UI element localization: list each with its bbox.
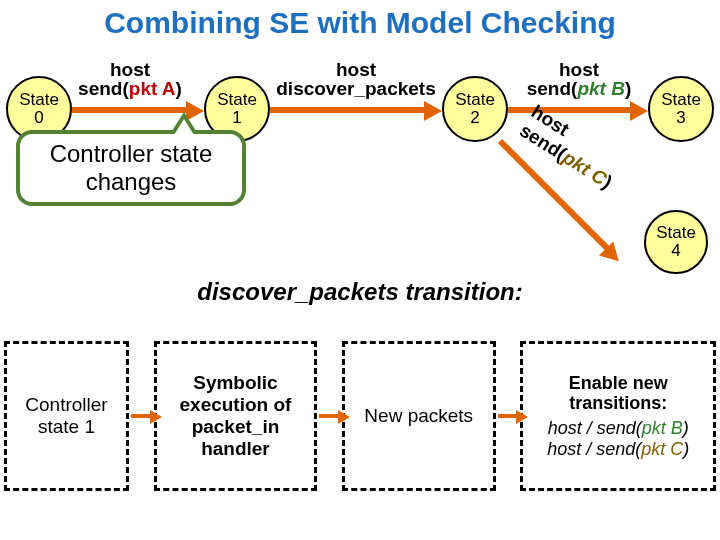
- arrow-icon: [319, 414, 340, 418]
- host-label: host: [270, 60, 442, 79]
- flow-row: Controller state 1 Symbolic execution of…: [4, 316, 716, 516]
- state-2: State2: [442, 76, 508, 142]
- pkt-c: pkt C: [641, 439, 683, 459]
- pkt-b: pkt B: [577, 78, 625, 99]
- state-4: State4: [644, 210, 708, 274]
- host-label: host: [62, 60, 198, 79]
- enable-title: Enable new transitions:: [531, 373, 705, 414]
- arrow-2-3: [508, 107, 634, 113]
- page-title: Combining SE with Model Checking: [0, 0, 720, 40]
- discover-packets-subtitle: discover_packets transition:: [0, 278, 720, 306]
- flow-box-controller-state: Controller state 1: [4, 341, 129, 491]
- host-label: host: [510, 60, 648, 79]
- transition-label-0-1: host send(pkt A): [62, 60, 198, 98]
- arrow-1-2: [270, 107, 428, 113]
- arrow-icon: [498, 414, 519, 418]
- controller-state-callout: Controller state changes: [16, 130, 246, 206]
- state-3: State3: [648, 76, 714, 142]
- flow-box-enable-transitions: Enable new transitions: host / send(pkt …: [520, 341, 716, 491]
- pkt-a: pkt A: [129, 78, 176, 99]
- pkt-b: pkt B: [642, 418, 683, 438]
- transition-label-2-3: host send(pkt B): [510, 60, 648, 98]
- arrow-icon: [131, 414, 152, 418]
- transition-label-1-2: host discover_packets: [270, 60, 442, 98]
- flow-box-new-packets: New packets: [342, 341, 496, 491]
- flow-box-symbolic-exec: Symbolic execution of packet_in handler: [154, 341, 317, 491]
